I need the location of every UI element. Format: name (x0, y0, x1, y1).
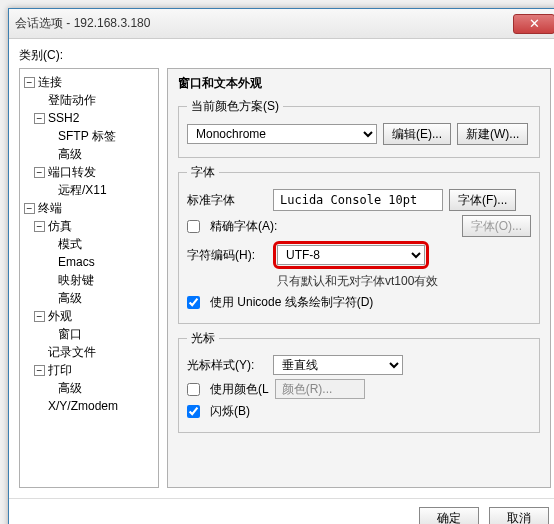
tree-node[interactable]: 高级 (44, 379, 156, 397)
tree-node[interactable]: SFTP 标签 (44, 127, 156, 145)
collapse-icon[interactable]: − (24, 77, 35, 88)
panel-header: 窗口和文本外观 (178, 75, 540, 92)
encoding-note: 只有默认和无对字体vt100有效 (277, 273, 531, 290)
encoding-select[interactable]: UTF-8 (277, 245, 425, 265)
cursor-style-select[interactable]: 垂直线 (273, 355, 403, 375)
category-label: 类别(C): (19, 47, 551, 64)
unicode-lines-label: 使用 Unicode 线条绘制字符(D) (210, 294, 373, 311)
tree-node[interactable]: −连接 登陆动作 −SSH2 SFTP 标签 高级 −端口转发 远程/X11 (24, 73, 156, 199)
cursor-group: 光标 光标样式(Y): 垂直线 使用颜色(L 颜色(R)... (178, 330, 540, 433)
tree-node[interactable]: −终端 −仿真 模式 Emacs 映射键 高级 −外观 (24, 199, 156, 415)
tree-node[interactable]: −外观 窗口 (34, 307, 156, 343)
exact-font-checkbox[interactable] (187, 220, 200, 233)
tree-node[interactable]: 登陆动作 (34, 91, 156, 109)
cursor-style-label: 光标样式(Y): (187, 357, 267, 374)
exact-font-label: 精确字体(A): (210, 218, 277, 235)
tree-node[interactable]: −仿真 模式 Emacs 映射键 高级 (34, 217, 156, 307)
font2-button: 字体(O)... (462, 215, 531, 237)
use-color-checkbox[interactable] (187, 383, 200, 396)
collapse-icon[interactable]: − (34, 365, 45, 376)
font-group: 字体 标准字体 Lucida Console 10pt 字体(F)... 精确字… (178, 164, 540, 324)
tree-node[interactable]: 高级 (44, 289, 156, 307)
window-title: 会话选项 - 192.168.3.180 (15, 15, 513, 32)
std-font-label: 标准字体 (187, 192, 267, 209)
tree-node[interactable]: X/Y/Zmodem (34, 397, 156, 415)
std-font-display: Lucida Console 10pt (273, 189, 443, 211)
close-button[interactable]: ✕ (513, 14, 554, 34)
tree-node[interactable]: 远程/X11 (44, 181, 156, 199)
color-scheme-select[interactable]: Monochrome (187, 124, 377, 144)
tree-node[interactable]: 模式 (44, 235, 156, 253)
tree-node[interactable]: 映射键 (44, 271, 156, 289)
use-color-label: 使用颜色(L (210, 381, 269, 398)
collapse-icon[interactable]: − (24, 203, 35, 214)
unicode-lines-checkbox[interactable] (187, 296, 200, 309)
tree-node[interactable]: −SSH2 SFTP 标签 高级 (34, 109, 156, 163)
titlebar: 会话选项 - 192.168.3.180 ✕ (9, 9, 554, 39)
color-scheme-group: 当前颜色方案(S) Monochrome 编辑(E)... 新建(W)... (178, 98, 540, 158)
collapse-icon[interactable]: − (34, 311, 45, 322)
tree-node[interactable]: 记录文件 (34, 343, 156, 361)
color-picker-button: 颜色(R)... (275, 379, 365, 399)
font-button[interactable]: 字体(F)... (449, 189, 516, 211)
collapse-icon[interactable]: − (34, 221, 45, 232)
scheme-legend: 当前颜色方案(S) (187, 98, 283, 115)
settings-panel: 窗口和文本外观 当前颜色方案(S) Monochrome 编辑(E)... 新建… (167, 68, 551, 488)
tree-node[interactable]: −打印 高级 (34, 361, 156, 397)
collapse-icon[interactable]: − (34, 167, 45, 178)
category-tree[interactable]: −连接 登陆动作 −SSH2 SFTP 标签 高级 −端口转发 远程/X11 (19, 68, 159, 488)
blink-checkbox[interactable] (187, 405, 200, 418)
cancel-button[interactable]: 取消 (489, 507, 549, 524)
tree-node[interactable]: 窗口 (44, 325, 156, 343)
tree-node[interactable]: −端口转发 远程/X11 (34, 163, 156, 199)
font-legend: 字体 (187, 164, 219, 181)
blink-label: 闪烁(B) (210, 403, 250, 420)
ok-button[interactable]: 确定 (419, 507, 479, 524)
dialog-footer: 确定 取消 (9, 498, 554, 524)
encoding-label: 字符编码(H): (187, 247, 267, 264)
encoding-highlight: UTF-8 (273, 241, 429, 269)
cursor-legend: 光标 (187, 330, 219, 347)
new-scheme-button[interactable]: 新建(W)... (457, 123, 528, 145)
tree-node[interactable]: 高级 (44, 145, 156, 163)
dialog-window: 会话选项 - 192.168.3.180 ✕ 类别(C): −连接 登陆动作 −… (8, 8, 554, 524)
collapse-icon[interactable]: − (34, 113, 45, 124)
edit-scheme-button[interactable]: 编辑(E)... (383, 123, 451, 145)
tree-node[interactable]: Emacs (44, 253, 156, 271)
